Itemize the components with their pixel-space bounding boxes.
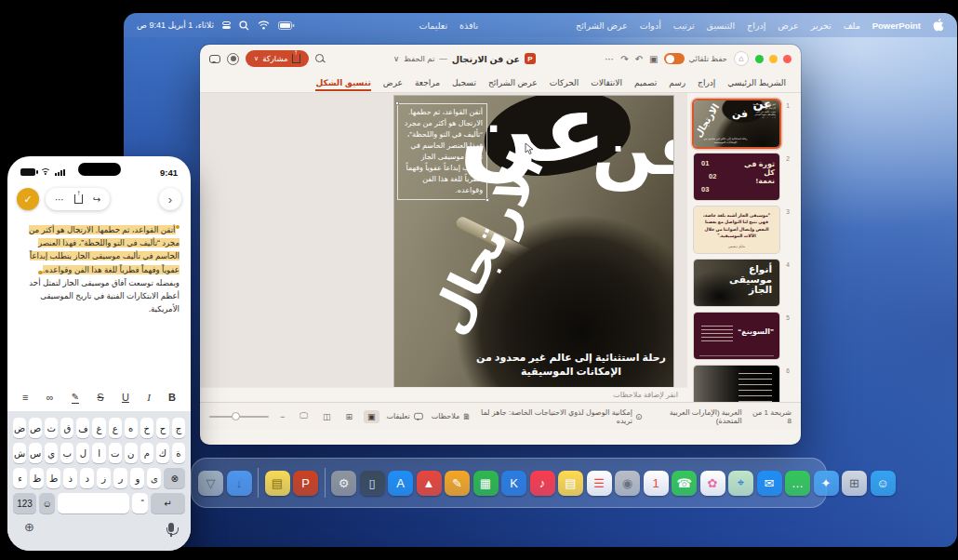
autosave-toggle[interactable] bbox=[664, 53, 685, 64]
menu-ملف[interactable]: ملف bbox=[844, 20, 860, 31]
forward-chevron-button[interactable]: › bbox=[159, 188, 181, 210]
return-key[interactable]: ↵ bbox=[151, 493, 185, 513]
dock-rocket-app-icon[interactable]: ▲ bbox=[417, 471, 442, 496]
key-د[interactable]: د bbox=[80, 468, 94, 488]
menu-تحرير[interactable]: تحرير bbox=[811, 20, 832, 31]
comments-button[interactable]: تعليقات bbox=[387, 412, 424, 420]
key-ه[interactable]: ه bbox=[125, 418, 138, 438]
menu-أدوات[interactable]: أدوات bbox=[640, 20, 661, 31]
tab-مراجعة[interactable]: مراجعة bbox=[415, 74, 440, 91]
tab-تنسيق الشكل[interactable]: تنسيق الشكل bbox=[315, 74, 370, 91]
search-icon[interactable] bbox=[315, 54, 325, 63]
dock-phone-icon[interactable]: ☎ bbox=[672, 471, 697, 496]
dock-pages-icon[interactable]: ✎ bbox=[445, 471, 470, 496]
key-و[interactable]: و bbox=[130, 468, 144, 488]
key-ز[interactable]: ز bbox=[97, 468, 111, 488]
menu-إدراج[interactable]: إدراج bbox=[747, 20, 765, 31]
globe-key[interactable]: ⊕ bbox=[24, 520, 34, 534]
dock-trash-icon[interactable]: ▽ bbox=[198, 471, 223, 496]
key-ح[interactable]: ح bbox=[156, 418, 169, 438]
document-title[interactable]: عن فن الارتجال bbox=[452, 54, 520, 64]
diacritic-key[interactable]: ً bbox=[132, 493, 148, 513]
dictation-mic-icon[interactable] bbox=[168, 523, 174, 532]
dock-safari-icon[interactable]: ✦ bbox=[814, 471, 839, 496]
key-ت[interactable]: ت bbox=[109, 443, 122, 463]
slide-title-word-fan[interactable]: فن bbox=[592, 107, 673, 192]
tab-رسم[interactable]: رسم bbox=[669, 74, 685, 91]
key-ا[interactable]: ا bbox=[92, 443, 105, 463]
menu-نافذة[interactable]: نافذة bbox=[459, 20, 478, 31]
key-ف[interactable]: ف bbox=[76, 418, 89, 438]
menu-تعليمات[interactable]: تعليمات bbox=[419, 20, 447, 31]
apple-menu-icon[interactable] bbox=[933, 19, 944, 32]
key-ق[interactable]: ق bbox=[60, 418, 73, 438]
undo-icon[interactable]: ↶ bbox=[635, 54, 643, 64]
dock-photos-icon[interactable]: ✿ bbox=[700, 471, 725, 496]
key-ن[interactable]: ن bbox=[125, 443, 138, 463]
key-ص[interactable]: ص bbox=[29, 418, 42, 438]
done-button[interactable]: ✓ bbox=[17, 188, 39, 210]
slide-thumbnail-1[interactable]: عنفنالارتجالأتقن القواعد، ثم حطمها. الار… bbox=[694, 100, 779, 147]
selection-handle-start[interactable] bbox=[176, 225, 180, 230]
zoom-slider[interactable] bbox=[209, 416, 269, 418]
key-ي[interactable]: ي bbox=[45, 443, 58, 463]
slide-subtitle[interactable]: رحلة استثنائية إلى عالم غير محدود من الإ… bbox=[474, 351, 668, 379]
dock-downloads-folder-icon[interactable]: ↓ bbox=[227, 471, 252, 496]
slide-paragraph-textbox[interactable]: أتقن القواعد، ثم حطمها. الارتجال هو أكثر… bbox=[397, 103, 487, 200]
key-ث[interactable]: ث bbox=[45, 418, 58, 438]
key-ط[interactable]: ط bbox=[47, 468, 60, 488]
body-text[interactable]: وبفضله توسعت آفاق موسيقى الجاز لتمثل أحد… bbox=[29, 278, 180, 313]
wifi-icon[interactable] bbox=[258, 20, 270, 30]
dock-maps-icon[interactable]: ⌖ bbox=[728, 471, 753, 496]
presence-icon[interactable] bbox=[227, 53, 239, 65]
battery-icon[interactable] bbox=[278, 21, 295, 30]
slide-thumbnail-4[interactable]: أنواع موسيقى الجاز bbox=[694, 260, 779, 306]
selection-handle[interactable] bbox=[486, 198, 489, 202]
saved-status[interactable]: تم الحفظ bbox=[404, 54, 434, 63]
key-ء[interactable]: ء bbox=[13, 468, 27, 488]
key-ى[interactable]: ى bbox=[147, 468, 161, 488]
dock-finder-icon[interactable]: ☺ bbox=[871, 471, 896, 496]
tab-عرض[interactable]: عرض bbox=[383, 74, 403, 91]
close-button[interactable] bbox=[783, 55, 792, 63]
dock-numbers-icon[interactable]: ▦ bbox=[473, 471, 499, 496]
slide-thumbnail-2[interactable]: ثورة في كل نغمة!010203 bbox=[694, 153, 779, 200]
zoom-out-button[interactable]: − bbox=[276, 410, 288, 423]
dock-iphone-mirroring-icon[interactable]: ▯ bbox=[360, 471, 385, 496]
slide-1-editor[interactable]: عن فن الارتجال أتقن القواعد، ثم حطمها. ا… bbox=[394, 96, 673, 387]
menu-التنسيق[interactable]: التنسيق bbox=[707, 20, 736, 31]
italic-icon[interactable]: I bbox=[147, 392, 151, 403]
menubar-clock[interactable]: ثلاثاء، 1 أبريل 9:41 ص bbox=[137, 20, 214, 30]
tab-تصميم[interactable]: تصميم bbox=[634, 74, 657, 91]
spotlight-icon[interactable] bbox=[239, 20, 249, 31]
app-menu-powerpoint[interactable]: PowerPoint bbox=[872, 20, 921, 31]
comment-icon[interactable] bbox=[209, 55, 220, 63]
checklist-icon[interactable]: ≡ bbox=[22, 392, 28, 403]
zoom-button[interactable] bbox=[755, 55, 764, 63]
dock-reminders-icon[interactable]: ☰ bbox=[587, 471, 612, 496]
bold-icon[interactable]: B bbox=[168, 392, 176, 403]
backspace-key[interactable]: ⊗ bbox=[164, 468, 185, 488]
strikethrough-icon[interactable]: S bbox=[97, 392, 103, 403]
selection-handle[interactable] bbox=[395, 101, 399, 105]
key-ع[interactable]: ع bbox=[109, 418, 122, 438]
language-status[interactable]: العربية (الإمارات العربية المتحدة) bbox=[651, 408, 742, 425]
emoji-key[interactable]: ☺ bbox=[39, 493, 55, 513]
slide-thumbnail-5[interactable]: ”السوينغ“ bbox=[694, 313, 779, 359]
notes-pane[interactable]: انقر لإضافة ملاحظات bbox=[200, 387, 687, 402]
more-options-icon[interactable]: ⋯ bbox=[605, 54, 614, 64]
notes-button[interactable]: 🗎 ملاحظات bbox=[432, 412, 472, 421]
highlighter-icon[interactable]: ✎ bbox=[72, 392, 79, 404]
dock-system-settings-icon[interactable]: ⚙ bbox=[331, 471, 356, 496]
dock-app-store-icon[interactable]: A bbox=[388, 471, 413, 496]
key-ذ[interactable]: ذ bbox=[63, 468, 77, 488]
key-غ[interactable]: غ bbox=[92, 418, 105, 438]
dock-music-icon[interactable]: ♪ bbox=[530, 471, 555, 496]
share-icon[interactable] bbox=[74, 194, 83, 204]
tab-تسجيل[interactable]: تسجيل bbox=[452, 74, 476, 91]
key-ب[interactable]: ب bbox=[60, 443, 73, 463]
minimize-button[interactable] bbox=[769, 55, 778, 63]
more-actions-icon[interactable]: ⋯ bbox=[55, 194, 64, 205]
key-ض[interactable]: ض bbox=[13, 418, 26, 438]
space-key[interactable] bbox=[58, 493, 129, 513]
